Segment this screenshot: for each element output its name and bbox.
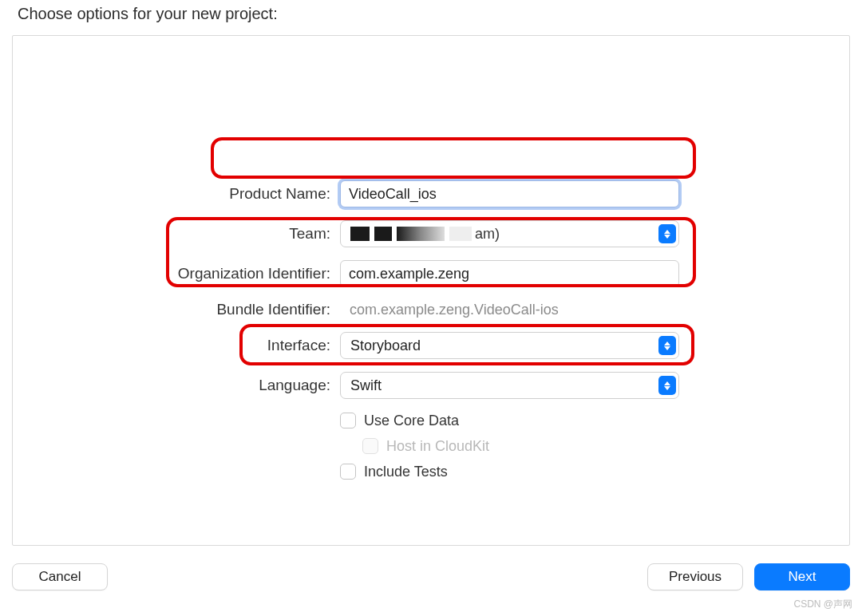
row-use-core-data: . Use Core Data — [13, 408, 849, 433]
interface-value: Storyboard — [350, 338, 421, 354]
row-team: Team: am) — [13, 216, 849, 251]
bundle-id-value: com.example.zeng.VideoCall-ios — [340, 296, 679, 323]
language-label: Language: — [13, 377, 340, 394]
team-label: Team: — [13, 225, 340, 243]
bundle-id-label: Bundle Identifier: — [13, 301, 340, 318]
team-select[interactable]: am) — [340, 220, 679, 247]
host-cloudkit-label: Host in CloudKit — [386, 438, 489, 455]
row-include-tests: . Include Tests — [13, 459, 849, 484]
project-form: Product Name: Team: am) Organization Ide… — [13, 176, 849, 484]
chevrons-updown-icon — [658, 376, 676, 395]
next-button[interactable]: Next — [754, 563, 850, 590]
footer: Cancel Previous Next — [12, 563, 850, 594]
product-name-input[interactable] — [340, 180, 679, 207]
host-cloudkit-checkbox — [362, 438, 378, 454]
watermark: CSDN @声网 — [793, 598, 852, 611]
interface-select[interactable]: Storyboard — [340, 332, 679, 359]
row-bundle-id: Bundle Identifier: com.example.zeng.Vide… — [13, 296, 849, 323]
row-product-name: Product Name: — [13, 176, 849, 211]
product-name-label: Product Name: — [13, 185, 340, 203]
previous-button[interactable]: Previous — [647, 563, 743, 590]
language-value: Swift — [350, 377, 382, 394]
options-sheet: Product Name: Team: am) Organization Ide… — [12, 35, 850, 546]
row-language: Language: Swift — [13, 368, 849, 403]
org-id-input[interactable] — [340, 260, 679, 287]
language-select[interactable]: Swift — [340, 372, 679, 399]
include-tests-label: Include Tests — [364, 464, 448, 480]
cancel-button[interactable]: Cancel — [12, 563, 108, 590]
chevrons-updown-icon — [658, 224, 676, 243]
row-org-id: Organization Identifier: — [13, 256, 849, 291]
chevrons-updown-icon — [658, 336, 676, 355]
interface-label: Interface: — [13, 337, 340, 354]
row-host-cloudkit: . Host in CloudKit — [13, 433, 849, 459]
page-title: Choose options for your new project: — [18, 5, 278, 23]
row-interface: Interface: Storyboard — [13, 328, 849, 363]
team-redacted-value: am) — [350, 224, 500, 243]
include-tests-checkbox[interactable] — [340, 464, 356, 480]
use-core-data-checkbox[interactable] — [340, 413, 356, 428]
use-core-data-label: Use Core Data — [364, 413, 459, 429]
org-id-label: Organization Identifier: — [13, 265, 340, 282]
